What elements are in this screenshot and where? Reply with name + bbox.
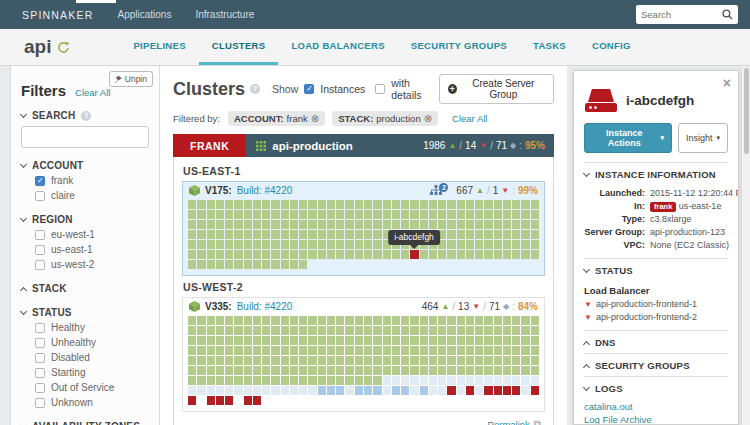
instance-cell[interactable] — [253, 200, 261, 209]
instance-cell[interactable] — [207, 220, 215, 229]
instance-cell[interactable] — [308, 210, 316, 219]
instance-cell[interactable] — [438, 316, 446, 325]
instance-cell[interactable] — [457, 326, 465, 335]
instance-cell[interactable] — [512, 316, 520, 325]
instance-cell[interactable] — [253, 356, 261, 365]
instance-cell[interactable] — [355, 316, 363, 325]
instance-cell[interactable] — [475, 210, 483, 219]
instance-cell[interactable] — [521, 346, 529, 355]
instance-cell[interactable] — [466, 250, 474, 259]
instance-cell[interactable] — [475, 366, 483, 375]
instance-cell[interactable] — [355, 386, 363, 395]
checkbox[interactable] — [35, 260, 45, 270]
instance-cell[interactable] — [429, 376, 437, 385]
instance-cell[interactable] — [345, 250, 353, 259]
instance-cell[interactable] — [308, 336, 316, 345]
instance-cell[interactable] — [364, 346, 372, 355]
instance-cell[interactable] — [207, 336, 215, 345]
instance-cell[interactable] — [281, 200, 289, 209]
instance-cell[interactable] — [503, 250, 511, 259]
instance-cell[interactable] — [336, 376, 344, 385]
instance-cell[interactable] — [503, 346, 511, 355]
instance-cell[interactable] — [521, 240, 529, 249]
instance-cell[interactable] — [494, 220, 502, 229]
instance-cell[interactable] — [531, 250, 539, 259]
instance-cell[interactable] — [364, 250, 372, 259]
instance-cell[interactable] — [262, 326, 270, 335]
instance-cell[interactable] — [197, 260, 205, 269]
instance-cell[interactable] — [336, 356, 344, 365]
instance-cell[interactable] — [345, 386, 353, 395]
instance-cell[interactable] — [345, 316, 353, 325]
instance-cell[interactable] — [475, 386, 483, 395]
instance-cell[interactable] — [244, 260, 252, 269]
instance-cell[interactable] — [234, 316, 242, 325]
instance-cell[interactable] — [484, 230, 492, 239]
instance-cell[interactable] — [503, 220, 511, 229]
instance-cell[interactable] — [225, 356, 233, 365]
instance-cell[interactable] — [466, 200, 474, 209]
instance-cell[interactable] — [327, 346, 335, 355]
filter-option-disabled[interactable]: Disabled — [21, 350, 149, 365]
instance-cell[interactable] — [216, 376, 224, 385]
instance-cell[interactable] — [336, 230, 344, 239]
instance-cell[interactable] — [475, 230, 483, 239]
instance-cell[interactable] — [410, 326, 418, 335]
instance-cell[interactable] — [447, 210, 455, 219]
section-instance-information[interactable]: INSTANCE INFORMATION — [584, 162, 728, 185]
instance-cell[interactable] — [234, 200, 242, 209]
instance-cell[interactable] — [503, 316, 511, 325]
instance-cell[interactable] — [271, 316, 279, 325]
instance-cell[interactable] — [401, 220, 409, 229]
instance-cell[interactable] — [392, 366, 400, 375]
instance-cell[interactable] — [207, 200, 215, 209]
instance-cell[interactable] — [429, 250, 437, 259]
filter-section-header[interactable]: REGION — [21, 212, 149, 227]
instance-cell[interactable] — [207, 316, 215, 325]
instance-cell[interactable] — [225, 336, 233, 345]
instance-cell[interactable] — [466, 386, 474, 395]
instance-cell[interactable] — [197, 336, 205, 345]
instance-cell[interactable] — [392, 220, 400, 229]
instance-cell[interactable] — [290, 250, 298, 259]
instance-cell[interactable] — [373, 230, 381, 239]
instance-cell[interactable] — [521, 316, 529, 325]
instance-cell[interactable] — [447, 200, 455, 209]
instance-cell[interactable] — [383, 250, 391, 259]
instance-cell[interactable] — [503, 336, 511, 345]
instance-cell[interactable] — [475, 376, 483, 385]
instance-cell[interactable] — [188, 356, 196, 365]
instance-cell[interactable] — [475, 200, 483, 209]
instance-cell[interactable] — [244, 376, 252, 385]
instance-cell[interactable] — [475, 240, 483, 249]
instance-cell[interactable] — [410, 210, 418, 219]
instance-cell[interactable] — [401, 250, 409, 259]
instance-cell[interactable] — [262, 386, 270, 395]
filter-option-eu-west-1[interactable]: eu-west-1 — [21, 227, 149, 242]
instance-cell[interactable] — [447, 366, 455, 375]
instance-cell[interactable] — [355, 250, 363, 259]
instance-cell[interactable] — [308, 376, 316, 385]
instance-cell[interactable] — [234, 386, 242, 395]
section-security-groups[interactable]: SECURITY GROUPS — [584, 353, 728, 376]
instance-cell[interactable] — [531, 230, 539, 239]
section-dns[interactable]: DNS — [584, 330, 728, 353]
instance-cell[interactable] — [188, 336, 196, 345]
instance-cell[interactable] — [262, 376, 270, 385]
instance-cell[interactable] — [197, 376, 205, 385]
tab-config[interactable]: CONFIG — [579, 29, 644, 65]
instance-cell[interactable] — [262, 210, 270, 219]
instance-cell[interactable] — [225, 346, 233, 355]
instance-cell[interactable] — [457, 230, 465, 239]
checkbox[interactable] — [35, 368, 45, 378]
instance-cell[interactable] — [373, 210, 381, 219]
insight-button[interactable]: Insight ▾ — [678, 123, 728, 153]
instance-cell[interactable] — [429, 356, 437, 365]
instance-cell[interactable] — [521, 366, 529, 375]
instance-cell[interactable] — [281, 240, 289, 249]
instance-cell[interactable] — [466, 376, 474, 385]
instance-cell[interactable] — [207, 260, 215, 269]
instance-cell[interactable] — [503, 356, 511, 365]
checkbox[interactable] — [35, 176, 45, 186]
permalink-link[interactable]: Permalink — [488, 419, 530, 425]
